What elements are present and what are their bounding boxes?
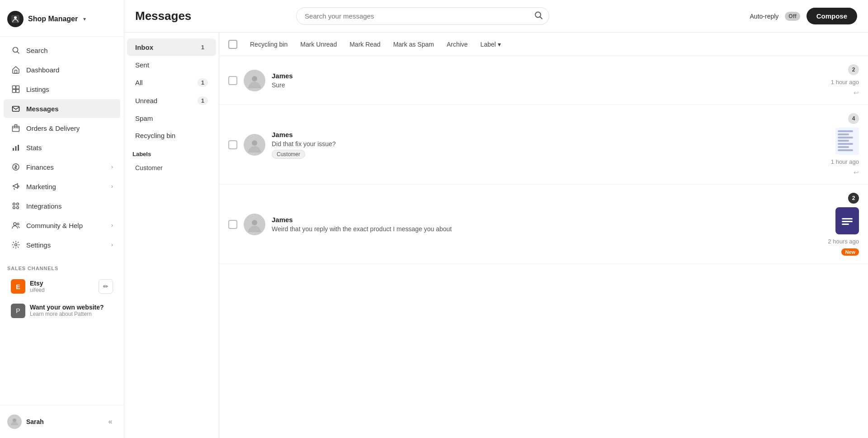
search-input[interactable] [296,7,549,25]
mark-unread-button[interactable]: Mark Unread [294,38,343,51]
svg-rect-10 [13,126,19,132]
message-time: 1 hour ago [831,79,859,86]
svg-line-3 [18,52,19,54]
home-icon [11,65,21,75]
sidebar-item-marketing[interactable]: Marketing › [4,177,120,196]
settings-chevron-icon: › [111,242,113,248]
inbox-item-spam[interactable]: Spam [127,110,216,127]
message-time: 1 hour ago [831,158,859,165]
finances-chevron-icon: › [111,164,113,170]
auto-reply-label: Auto-reply [750,13,779,20]
collapse-sidebar-button[interactable]: « [104,415,117,428]
svg-point-23 [13,419,16,422]
chart-icon [11,143,21,152]
recycling-label: Recycling bin [135,132,175,139]
svg-rect-7 [13,90,16,93]
message-checkbox[interactable] [228,220,237,229]
inbox-item-inbox[interactable]: Inbox 1 [127,38,216,56]
sidebar-item-settings[interactable]: Settings › [4,235,120,254]
label-button[interactable]: Label ▾ [474,38,507,51]
svg-point-2 [13,48,18,52]
svg-point-27 [252,76,257,81]
tag-icon [11,84,21,94]
shop-icon [7,11,24,27]
nav-items: Search Dashboard Listings Messages Order [0,37,124,258]
svg-rect-33 [842,221,853,222]
message-row[interactable]: James Did that fix your issue? Customer … [219,105,868,185]
marketing-chevron-icon: › [111,183,113,190]
inbox-count: 1 [198,43,208,52]
message-thumbnail-doc [835,128,859,155]
mark-spam-button[interactable]: Mark as Spam [387,38,440,51]
compose-button[interactable]: Compose [807,8,857,24]
message-preview: Did that fix your issue? [272,140,825,148]
svg-point-31 [252,220,257,225]
topbar: Messages Auto-reply Off Compose [124,0,868,33]
etsy-sub: uifeed [30,287,94,293]
main-area: Messages Auto-reply Off Compose Inbox 1 … [124,0,868,438]
sidebar-item-stats[interactable]: Stats [4,138,120,157]
svg-point-19 [17,207,19,209]
message-count: 2 [848,64,859,75]
svg-rect-11 [13,148,14,151]
pattern-item[interactable]: P Want your own website? Learn more abou… [4,299,120,323]
megaphone-icon [11,181,21,191]
sidebar-item-community-label: Community & Help [26,222,83,229]
message-label-tag: Customer [272,150,305,159]
message-row[interactable]: James Sure 2 1 hour ago ↩ [219,56,868,105]
all-count: 1 [198,78,208,87]
reply-icon: ↩ [854,89,859,96]
message-time: 2 hours ago [828,238,859,245]
shop-manager-header[interactable]: Shop Manager ▾ [7,7,117,33]
message-meta: 4 1 hour ago ↩ [831,113,859,176]
sidebar-item-messages[interactable]: Messages [4,99,120,118]
message-meta: 2 1 hour ago ↩ [831,64,859,96]
svg-rect-13 [18,145,19,151]
label-item-customer[interactable]: Customer [127,161,216,175]
archive-button[interactable]: Archive [440,38,474,51]
page-title: Messages [135,9,191,23]
svg-point-16 [13,203,15,205]
inbox-label: Inbox [135,43,153,51]
select-all-checkbox[interactable] [228,40,237,49]
unread-count: 1 [198,96,208,105]
svg-point-15 [18,186,19,187]
svg-rect-12 [15,146,17,151]
all-label: All [135,79,143,86]
recycling-bin-button[interactable]: Recycling bin [244,38,294,51]
mark-read-button[interactable]: Mark Read [343,38,387,51]
etsy-name: Etsy [30,280,94,287]
auto-reply-toggle[interactable]: Off [785,12,800,21]
reply-icon: ↩ [854,169,859,176]
sidebar-item-finances[interactable]: Finances › [4,157,120,176]
message-meta: 2 2 hours ago New [828,193,859,256]
inbox-item-recycling[interactable]: Recycling bin [127,127,216,144]
search-icon [11,45,21,55]
svg-point-17 [17,203,19,205]
sidebar-item-dashboard[interactable]: Dashboard [4,60,120,79]
sidebar-item-integrations[interactable]: Integrations [4,196,120,215]
sidebar-item-orders[interactable]: Orders & Delivery [4,119,120,138]
gear-icon [11,240,21,250]
sidebar-item-community[interactable]: Community & Help › [4,216,120,235]
message-checkbox[interactable] [228,76,237,85]
message-checkbox[interactable] [228,140,237,149]
sidebar-item-search[interactable]: Search [4,41,120,60]
etsy-channel[interactable]: E Etsy uifeed ✏ [4,275,120,298]
avatar [244,134,265,156]
svg-point-18 [13,207,15,209]
inbox-item-sent[interactable]: Sent [127,57,216,73]
message-row[interactable]: James Weird that you reply with the exac… [219,185,868,264]
sidebar-item-listings[interactable]: Listings [4,80,120,99]
message-count: 4 [848,113,859,124]
money-icon [11,162,21,172]
inbox-item-all[interactable]: All 1 [127,74,216,91]
svg-rect-4 [15,70,17,73]
message-body: James Sure [272,72,825,89]
sidebar-item-finances-label: Finances [26,163,54,171]
inbox-item-unread[interactable]: Unread 1 [127,92,216,110]
sent-label: Sent [135,61,149,69]
sidebar-item-messages-label: Messages [26,105,59,113]
etsy-edit-button[interactable]: ✏ [99,279,113,294]
svg-point-1 [14,16,17,19]
